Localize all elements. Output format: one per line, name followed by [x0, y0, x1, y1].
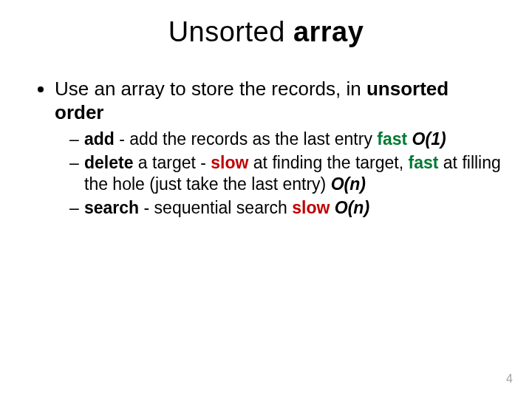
sub-item-add: add - add the records as the last entry … [69, 129, 502, 149]
add-complexity: O(1) [407, 129, 446, 149]
fast-tag: fast [409, 153, 439, 172]
delete-label: delete [84, 153, 133, 172]
delete-text-2: at finding the target, [248, 153, 408, 172]
add-label: add [84, 129, 115, 149]
bullet-text: Use an array to store the records, in [55, 78, 366, 100]
title-word-2: array [293, 16, 364, 47]
slide-body: Use an array to store the records, in un… [0, 48, 532, 218]
sub-item-search: search - sequential search slow O(n) [69, 197, 502, 218]
page-number: 4 [506, 372, 513, 386]
search-label: search [84, 198, 139, 217]
bullet-list: Use an array to store the records, in un… [30, 78, 502, 218]
slow-tag: slow [292, 198, 330, 217]
sub-item-delete: delete a target - slow at finding the ta… [69, 152, 502, 194]
title-word-1: Unsorted [168, 16, 293, 47]
slide: Unsorted array Use an array to store the… [0, 0, 532, 399]
slow-tag: slow [211, 153, 248, 172]
slide-title: Unsorted array [0, 0, 532, 48]
bullet-item: Use an array to store the records, in un… [55, 78, 502, 218]
sub-list: add - add the records as the last entry … [55, 129, 502, 217]
delete-complexity: O(n) [331, 174, 366, 194]
add-text: - add the records as the last entry [115, 129, 377, 149]
delete-text-1: a target - [133, 153, 211, 172]
search-text: - sequential search [139, 198, 292, 217]
search-complexity: O(n) [330, 198, 369, 217]
fast-tag: fast [377, 129, 407, 149]
